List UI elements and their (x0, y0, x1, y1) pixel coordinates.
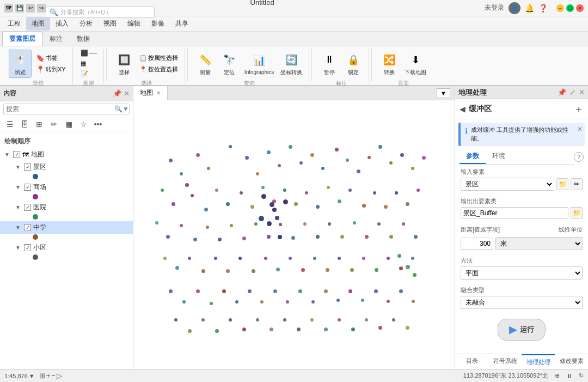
map-tab-close-icon[interactable]: ✕ (156, 90, 161, 96)
layer-item-shangchang[interactable]: ▼ 商场 (0, 181, 133, 193)
tool-btn-database[interactable]: 🗄 (18, 118, 31, 130)
ribbon-btn-pause[interactable]: ⏸ 暂停 (318, 50, 340, 77)
menu-item-bianji[interactable]: 编辑 (122, 17, 146, 31)
menu-item-shitu[interactable]: 视图 (98, 17, 122, 31)
ribbon-btn-download-map[interactable]: ⬇ 下载地图 (402, 50, 428, 77)
minimize-button[interactable]: − (556, 4, 564, 12)
sidebar-filter-icon[interactable]: ▼ (122, 105, 129, 113)
help-icon[interactable]: ❓ (538, 4, 548, 13)
tool-btn-filter[interactable]: ⊞ (33, 118, 46, 130)
add-icon[interactable]: ＋ (574, 102, 584, 116)
sidebar-close-icon[interactable]: ✕ (124, 89, 130, 98)
layer-item-xiaoqu[interactable]: ▼ 小区 (0, 241, 133, 254)
layer-item-jingqu[interactable]: ▼ 景区 (0, 161, 133, 173)
layer-item-yiyuan[interactable]: ▼ 医院 (0, 201, 133, 214)
dissolve-select[interactable]: 未融合 (461, 296, 583, 309)
menu-item-ditu[interactable]: 地图 (26, 17, 50, 31)
help-icon-panel[interactable]: ? (574, 152, 584, 162)
ribbon-btn-zhuandao-xy[interactable]: 📍 转到XY (34, 64, 68, 75)
notification-icon[interactable]: 🔔 (525, 4, 534, 13)
zhongxue-checkbox[interactable] (24, 224, 31, 231)
map-canvas[interactable] (133, 100, 455, 369)
tool-btn-grid[interactable]: ▦ (62, 118, 75, 130)
xiaoqu-checkbox[interactable] (24, 244, 31, 251)
user-avatar[interactable]: 👤 (509, 2, 520, 14)
tool-btn-edit[interactable]: ✏ (47, 118, 60, 130)
right-panel-expand-icon[interactable]: ⤢ (569, 88, 575, 96)
right-panel-pin-icon[interactable]: 📌 (558, 88, 566, 96)
tool-btn-list[interactable]: ☰ (3, 118, 16, 130)
menu-item-gongcheng[interactable]: 工程 (2, 17, 26, 31)
input-features-edit-icon[interactable]: ✏ (571, 178, 583, 190)
nav-next-icon[interactable]: ▷ (57, 372, 62, 380)
sidebar-search-input[interactable] (4, 104, 114, 114)
menu-item-gongxiang[interactable]: 共享 (170, 17, 194, 31)
shangchang-dot (33, 194, 38, 199)
layer-header-map[interactable]: ▼ 🗺 地图 (0, 148, 133, 161)
nav-prev-icon[interactable]: ⊞ (39, 372, 45, 380)
menu-item-fenxi[interactable]: 分析 (74, 17, 98, 31)
right-panel-close-icon[interactable]: ✕ (579, 88, 585, 96)
ribbon-btn-dingwei[interactable]: 🔭 定位 (218, 50, 240, 77)
ribbon-btn-celiang[interactable]: 📏 测量 (194, 50, 216, 77)
method-select[interactable]: 平面 (461, 266, 583, 280)
output-features-input[interactable] (461, 207, 568, 219)
status-pause-icon[interactable]: ⏸ (566, 373, 572, 379)
map-tab-ditu[interactable]: 地图 ✕ (133, 86, 168, 100)
info-close-icon[interactable]: ✕ (577, 125, 583, 134)
ribbon-btn-infographics[interactable]: 📊 Infographics (242, 51, 276, 76)
bottom-tab-fuhao[interactable]: 符号系统 (488, 354, 522, 369)
scale-dropdown-icon[interactable]: ▼ (29, 373, 35, 379)
shangchang-checkbox[interactable] (24, 184, 31, 191)
ribbon-tab-yaosutuceng[interactable]: 要素图层 (2, 32, 42, 46)
map-dot (412, 300, 415, 303)
close-button[interactable]: × (576, 4, 584, 12)
tool-btn-more[interactable]: ••• (91, 118, 105, 130)
ribbon-btn-attr-select[interactable]: 📋 按属性选择 (137, 53, 180, 63)
bottom-tab-xiugai[interactable]: 修改要素 (555, 354, 588, 369)
quick-save-icon[interactable]: 💾 (15, 4, 24, 13)
ribbon-btn-small-3[interactable]: 📝 (78, 69, 99, 78)
layer-item-zhongxue[interactable]: ▼ 中学 (0, 221, 133, 234)
menu-item-charu[interactable]: 插入 (50, 17, 74, 31)
ribbon-btn-small-2[interactable]: ▦ (78, 59, 99, 68)
input-features-folder-icon[interactable]: 📁 (556, 178, 568, 190)
distance-value-input[interactable] (461, 238, 493, 250)
bottom-tab-geoprocessing[interactable]: 地理处理 (522, 354, 555, 369)
ribbon-btn-shuqian[interactable]: 🔖 书签 (34, 53, 68, 63)
ribbon-btn-xuanze[interactable]: 🔲 选择 (113, 50, 135, 77)
yiyuan-checkbox[interactable] (24, 204, 31, 211)
input-features-select[interactable]: 景区 (461, 178, 554, 191)
tool-btn-star[interactable]: ☆ (77, 118, 90, 130)
status-refresh-icon[interactable]: ↻ (579, 372, 584, 379)
panel-tab-env[interactable]: 环境 (486, 149, 512, 164)
bottom-tab-mulu[interactable]: 目录 (455, 354, 488, 369)
map-dropdown-icon[interactable]: ▼ (437, 88, 450, 98)
output-features-folder-icon[interactable]: 📁 (571, 207, 583, 219)
undo-icon[interactable]: ↩ (26, 4, 35, 13)
run-button[interactable]: ▶ 运行 (498, 319, 546, 341)
sidebar-pin-icon[interactable]: 📌 (113, 89, 121, 98)
scale-selector[interactable]: 1:45,876 ▼ (4, 373, 35, 379)
ribbon-tab-shuju[interactable]: 数据 (70, 32, 97, 46)
sidebar-search-box[interactable]: 🔍 ▼ (3, 104, 130, 114)
ribbon-btn-liulan[interactable]: 🖱️ 浏览 (9, 50, 32, 78)
maximize-button[interactable]: □ (566, 4, 574, 12)
global-search-box[interactable]: 🔍 分享搜索（Alt+Q） (46, 7, 155, 18)
map-checkbox[interactable] (13, 151, 20, 158)
back-icon[interactable]: ◀ (460, 105, 465, 113)
nav-zoom-in-icon[interactable]: + (46, 372, 51, 380)
ribbon-btn-loc-select[interactable]: 📍 按位置选择 (137, 64, 180, 75)
ribbon-btn-small-1[interactable]: ⬛ ── (78, 48, 99, 58)
ribbon-btn-lock[interactable]: 🔒 锁定 (342, 50, 364, 77)
distance-unit-select[interactable]: 米 (495, 237, 583, 250)
ribbon-btn-convert[interactable]: 🔀 转换 (378, 50, 400, 77)
panel-tab-params[interactable]: 参数 (460, 149, 486, 164)
menu-item-yingxiang[interactable]: 影像 (146, 17, 170, 31)
nav-zoom-out-icon[interactable]: − (51, 372, 56, 380)
map-dot (264, 257, 267, 260)
ribbon-btn-coord[interactable]: 🔄 坐标转换 (278, 50, 304, 77)
redo-icon[interactable]: ↪ (37, 4, 46, 13)
ribbon-tab-biaozhu[interactable]: 标注 (42, 32, 70, 46)
jingqu-checkbox[interactable] (24, 163, 31, 171)
